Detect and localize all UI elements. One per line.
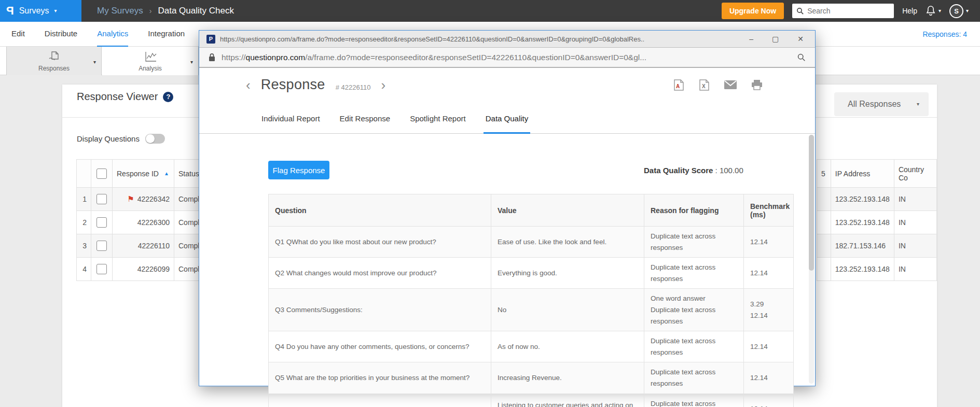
- scrollbar-thumb[interactable]: [809, 135, 814, 271]
- breadcrumb-current: Data Quality Check: [158, 6, 233, 16]
- response-id-label: # 42226110: [336, 83, 371, 91]
- tab-edit-response[interactable]: Edit Response: [340, 114, 391, 133]
- question-cell: Q5 What are the top priorities in your b…: [269, 362, 491, 394]
- response-title: Response: [261, 77, 325, 93]
- quality-row: Q6 What is the one thing I should do to …: [269, 394, 794, 407]
- ip-address-cell: 182.71.153.146: [831, 234, 894, 258]
- response-id-link[interactable]: 42226110: [113, 234, 174, 258]
- select-all-checkbox[interactable]: [96, 169, 107, 179]
- question-cell: Q3 Comments/Suggestions:: [269, 289, 491, 331]
- question-cell: Q1 QWhat do you like most about our new …: [269, 227, 491, 258]
- next-response-button[interactable]: ›: [381, 78, 385, 92]
- responses-count-badge: Responses: 4: [922, 30, 967, 38]
- top-navbar: P Surveys ▾ My Surveys › Data Quality Ch…: [0, 0, 980, 22]
- responses-tool-button[interactable]: Responses ▾: [6, 47, 102, 75]
- row-number: 2: [77, 211, 91, 234]
- display-questions-label: Display Questions: [77, 134, 140, 143]
- search-icon: [796, 7, 804, 15]
- row-checkbox[interactable]: [96, 217, 107, 228]
- tab-integration[interactable]: Integration: [148, 22, 185, 47]
- tab-data-quality[interactable]: Data Quality: [486, 114, 529, 133]
- tab-analytics[interactable]: Analytics: [97, 22, 128, 47]
- popup-tabs: Individual Report Edit Response Spotligh…: [199, 102, 815, 134]
- benchmark-cell: 12.14: [744, 394, 794, 407]
- row-select-cell: [91, 211, 113, 234]
- row-checkbox[interactable]: [96, 241, 107, 251]
- benchmark-header: Benchmark (ms): [744, 194, 794, 227]
- all-responses-dropdown[interactable]: All Responses ▾: [834, 92, 929, 116]
- tab-spotlight-report[interactable]: Spotlight Report: [410, 114, 466, 133]
- address-domain: questionpro.com: [246, 53, 306, 62]
- ip-address-cell: 123.252.193.148: [831, 258, 894, 281]
- breadcrumb: My Surveys › Data Quality Check: [97, 6, 234, 16]
- response-id-header[interactable]: Response ID▲: [113, 160, 174, 188]
- help-link[interactable]: Help: [902, 7, 917, 15]
- tab-distribute[interactable]: Distribute: [45, 22, 77, 47]
- bell-icon: [926, 5, 936, 17]
- topnav-right-cluster: Upgrade Now Help ▾ S ▾: [722, 3, 980, 19]
- account-menu[interactable]: S ▾: [949, 4, 969, 18]
- chevron-down-icon: ▾: [966, 8, 969, 13]
- zoom-search-icon[interactable]: [797, 53, 806, 62]
- email-icon[interactable]: [724, 80, 737, 90]
- app-root: P Surveys ▾ My Surveys › Data Quality Ch…: [0, 0, 980, 407]
- popup-titlebar[interactable]: P https://questionpro.com/a/frame.do?mod…: [199, 31, 815, 48]
- reason-cell: Duplicate text across responses: [644, 227, 744, 258]
- row-select-cell: [91, 258, 113, 281]
- response-id-link[interactable]: ⚑42226342: [113, 188, 174, 211]
- close-button[interactable]: ✕: [797, 35, 804, 43]
- help-icon[interactable]: ?: [163, 92, 173, 102]
- country-code-header[interactable]: Country Co: [894, 160, 936, 188]
- popup-address-bar[interactable]: https://questionpro.com/a/frame.do?mode=…: [199, 48, 815, 68]
- value-cell: Increasing Revenue.: [491, 362, 644, 394]
- export-pdf-icon[interactable]: A: [673, 79, 685, 91]
- svg-text:X: X: [702, 83, 706, 89]
- tab-edit[interactable]: Edit: [11, 22, 25, 47]
- reason-cell: One word answerDuplicate text across res…: [644, 289, 744, 331]
- minimize-button[interactable]: –: [749, 35, 753, 43]
- export-excel-icon[interactable]: X: [698, 79, 710, 91]
- quality-row: Q2 What changes would most improve our p…: [269, 258, 794, 289]
- score-value: 100.00: [720, 166, 743, 175]
- avatar: S: [949, 4, 963, 18]
- reason-header: Reason for flagging: [644, 194, 744, 227]
- address-url: https://questionpro.com/a/frame.do?mode=…: [222, 53, 791, 62]
- question-header: Question: [269, 194, 491, 227]
- product-label: Surveys: [19, 6, 49, 16]
- search-input[interactable]: [807, 7, 890, 15]
- previous-response-button[interactable]: ‹: [246, 78, 251, 92]
- response-id-link[interactable]: 42226300: [113, 211, 174, 234]
- scrollbar-track[interactable]: [809, 135, 814, 384]
- maximize-button[interactable]: ▢: [772, 35, 779, 43]
- global-search[interactable]: [792, 4, 894, 18]
- breadcrumb-separator-icon: ›: [149, 7, 152, 15]
- row-checkbox[interactable]: [96, 264, 107, 274]
- flag-response-button[interactable]: Flag Response: [268, 161, 329, 179]
- truncated-cell: [817, 211, 831, 234]
- lock-icon: [209, 53, 215, 62]
- svg-text:A: A: [676, 83, 680, 89]
- row-number: 3: [77, 234, 91, 258]
- data-quality-panel: Flag Response Data Quality Score : 100.0…: [199, 134, 815, 386]
- analysis-tool-label: Analysis: [139, 65, 162, 72]
- product-switcher[interactable]: P Surveys ▾: [0, 0, 81, 22]
- upgrade-now-button[interactable]: Upgrade Now: [722, 3, 784, 19]
- quality-row: Q3 Comments/Suggestions: No One word ans…: [269, 289, 794, 331]
- reason-cell: Duplicate text across responses: [644, 258, 744, 289]
- display-questions-toggle[interactable]: [145, 134, 165, 144]
- notifications-menu[interactable]: ▾: [926, 5, 941, 17]
- row-checkbox[interactable]: [96, 194, 107, 204]
- ip-address-header[interactable]: IP Address: [831, 160, 894, 188]
- tab-individual-report[interactable]: Individual Report: [261, 114, 320, 133]
- print-icon[interactable]: [751, 79, 763, 91]
- value-cell: Ease of use. Like the look and feel.: [491, 227, 644, 258]
- benchmark-cell: 12.14: [744, 258, 794, 289]
- value-cell: As of now no.: [491, 331, 644, 362]
- analysis-tool-button[interactable]: Analysis ▾: [102, 47, 199, 75]
- question-cell: Q4 Do you have any other comments, quest…: [269, 331, 491, 362]
- breadcrumb-my-surveys[interactable]: My Surveys: [97, 6, 143, 16]
- questionpro-favicon-icon: P: [206, 35, 215, 44]
- country-code-cell: IN: [894, 211, 936, 234]
- response-id-link[interactable]: 42226099: [113, 258, 174, 281]
- chevron-down-icon: ▾: [190, 59, 193, 65]
